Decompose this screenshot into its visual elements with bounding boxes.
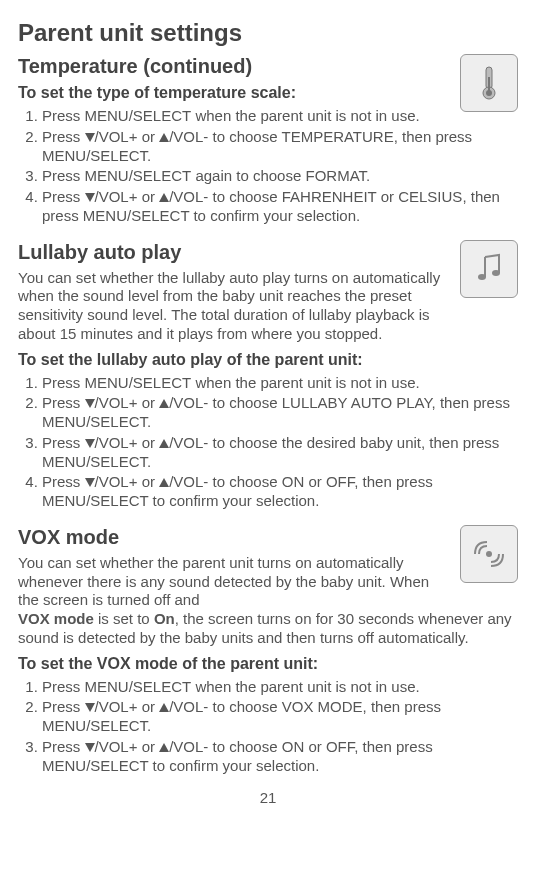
text: /VOL+ xyxy=(95,473,138,490)
page-title: Parent unit settings xyxy=(18,18,518,48)
text: CELSIUS xyxy=(398,188,462,205)
text: , then press xyxy=(354,738,432,755)
text: again to choose xyxy=(191,167,305,184)
text: /VOL- xyxy=(169,128,208,145)
text: On xyxy=(154,610,175,627)
text: when the parent unit is not in use. xyxy=(191,678,419,695)
text: , then press xyxy=(363,698,441,715)
text: or xyxy=(376,188,398,205)
text: OFF xyxy=(326,473,354,490)
text: Press xyxy=(42,374,85,391)
text: /VOL+ xyxy=(95,738,138,755)
text: Press xyxy=(42,394,85,411)
text: MENU/ xyxy=(85,167,133,184)
up-triangle-icon xyxy=(159,399,169,408)
text: /VOL- xyxy=(169,473,208,490)
down-triangle-icon xyxy=(85,703,95,712)
text: SELECT xyxy=(133,107,191,124)
text: or xyxy=(137,128,159,145)
lullaby-section: Lullaby auto play You can set whether th… xyxy=(18,240,518,511)
temperature-subheading: To set the type of temperature scale: xyxy=(18,83,448,103)
lullaby-heading: Lullaby auto play xyxy=(18,240,448,265)
text: /VOL+ xyxy=(95,128,138,145)
text: /VOL- xyxy=(169,434,208,451)
text: Press xyxy=(42,678,85,695)
text: or xyxy=(137,394,159,411)
text: /VOL- xyxy=(169,188,208,205)
text: Press xyxy=(42,698,85,715)
text: is set to xyxy=(94,610,154,627)
temperature-section: Temperature (continued) To set the type … xyxy=(18,54,518,226)
page-number: 21 xyxy=(18,789,518,808)
text: MENU xyxy=(42,492,86,509)
text: /SELECT xyxy=(86,717,147,734)
text: OFF xyxy=(326,738,354,755)
vox-description: You can set whether the parent unit turn… xyxy=(18,554,518,648)
music-note-icon xyxy=(460,240,518,298)
text: Press xyxy=(42,738,85,755)
text: ON xyxy=(282,473,305,490)
thermometer-icon xyxy=(460,54,518,112)
text: FORMAT xyxy=(305,167,366,184)
text: to confirm your selection. xyxy=(148,757,319,774)
list-item: Press /VOL+ or /VOL- to choose TEMPERATU… xyxy=(42,128,518,166)
text: /SELECT xyxy=(86,147,147,164)
text: to choose the desired baby unit, then pr… xyxy=(208,434,499,451)
down-triangle-icon xyxy=(85,193,95,202)
text: SELECT xyxy=(133,374,191,391)
vox-section: VOX mode You can set whether the parent … xyxy=(18,525,518,776)
up-triangle-icon xyxy=(159,703,169,712)
text: to confirm your selection. xyxy=(148,492,319,509)
text: /VOL+ xyxy=(95,188,138,205)
text: , then press xyxy=(432,394,510,411)
text: VOX MODE xyxy=(282,698,363,715)
text: SELECT xyxy=(133,167,191,184)
text: SELECT xyxy=(133,678,191,695)
text: or xyxy=(304,473,326,490)
text: when the parent unit is not in use. xyxy=(191,374,419,391)
list-item: Press /VOL+ or /VOL- to choose VOX MODE,… xyxy=(42,698,518,736)
text: . xyxy=(147,413,151,430)
text: , then press xyxy=(354,473,432,490)
vox-heading: VOX mode xyxy=(18,525,448,550)
down-triangle-icon xyxy=(85,439,95,448)
text: to choose xyxy=(208,738,281,755)
text: /VOL- xyxy=(169,698,208,715)
text: /SELECT xyxy=(86,453,147,470)
text: MENU xyxy=(42,453,86,470)
down-triangle-icon xyxy=(85,743,95,752)
up-triangle-icon xyxy=(159,478,169,487)
text: ON xyxy=(282,738,305,755)
text: MENU/ xyxy=(85,107,133,124)
temperature-heading: Temperature (continued) xyxy=(18,54,448,79)
svg-point-6 xyxy=(486,551,492,557)
list-item: Press /VOL+ or /VOL- to choose LULLABY A… xyxy=(42,394,518,432)
text: VOX mode xyxy=(18,610,94,627)
text: or xyxy=(137,473,159,490)
text: . xyxy=(147,147,151,164)
text: MENU xyxy=(83,207,127,224)
vox-steps: Press MENU/SELECT when the parent unit i… xyxy=(18,678,518,776)
lullaby-description: You can set whether the lullaby auto pla… xyxy=(18,269,448,344)
text: You can set whether the parent unit turn… xyxy=(18,554,429,609)
text: /SELECT xyxy=(86,413,147,430)
text: or xyxy=(137,188,159,205)
text: to choose xyxy=(208,394,281,411)
text: . xyxy=(366,167,370,184)
text: /VOL- xyxy=(169,738,208,755)
text: MENU/ xyxy=(85,678,133,695)
text: MENU xyxy=(42,757,86,774)
text: MENU xyxy=(42,413,86,430)
text: Press xyxy=(42,434,85,451)
text: /SELECT xyxy=(86,492,148,509)
text: FAHRENHEIT xyxy=(282,188,377,205)
svg-point-3 xyxy=(486,90,492,96)
text: to choose xyxy=(208,128,281,145)
text: /VOL+ xyxy=(95,698,138,715)
svg-rect-2 xyxy=(488,77,490,91)
text: TEMPERATURE xyxy=(281,128,393,145)
text: /VOL- xyxy=(169,394,208,411)
list-item: Press MENU/SELECT when the parent unit i… xyxy=(42,374,518,393)
text: when the parent unit is not in use. xyxy=(191,107,419,124)
text: or xyxy=(304,738,326,755)
